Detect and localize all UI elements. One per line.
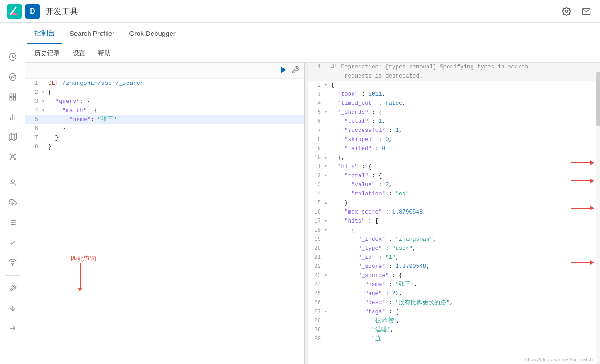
left-editor: 1 GET /zhangshan/user/_search 2 ▾ { 3 ▾ — [25, 63, 305, 364]
main-layout: 历史记录 设置 帮助 — [0, 44, 600, 364]
r-code-line-24: 24 "name" : "张三", — [308, 280, 600, 289]
r-code-line-19: 19 "_index" : "zhangshan", — [308, 235, 600, 244]
drag-handle[interactable]: ⋮ — [305, 63, 308, 364]
code-line-2: 2 ▾ { — [25, 88, 304, 97]
code-line-1: 1 GET /zhangshan/user/_search — [25, 79, 304, 88]
kibana-logo — [7, 4, 22, 19]
tab-console[interactable]: 控制台 — [27, 23, 62, 44]
svg-point-16 — [10, 154, 11, 155]
svg-line-19 — [13, 155, 14, 156]
sidebar — [0, 44, 25, 364]
r-code-line-4: 4 "timed_out" : false, — [308, 99, 600, 108]
sidebar-icon-users[interactable] — [4, 174, 22, 192]
r-code-line-2: 2 ▾ { — [308, 81, 600, 90]
tab-grok-debugger[interactable]: Grok Debugger — [122, 23, 183, 44]
r-code-line-26: 26 "desc" : "没有比脚更长的路", — [308, 298, 600, 307]
sub-toolbar: 历史记录 设置 帮助 — [25, 44, 600, 63]
r-code-line-21: 21 "_id" : "1", — [308, 253, 600, 262]
r-code-line-16: 16 "max_score" : 1.8790548, — [308, 208, 600, 217]
annotation-score — [571, 262, 595, 263]
sidebar-icon-compass[interactable] — [4, 68, 22, 86]
r-code-line-27: 27 ▾ "tags" : [ — [308, 307, 600, 316]
svg-line-22 — [11, 158, 12, 159]
r-code-line-20: 20 "_type" : "user", — [308, 244, 600, 253]
sidebar-divider-2 — [5, 275, 20, 276]
r-code-line-18: 18 ▾ { — [308, 226, 600, 235]
svg-marker-3 — [11, 76, 14, 78]
tab-search-profiler[interactable]: Search Profiler — [62, 23, 122, 44]
sidebar-icon-dashboard[interactable] — [4, 88, 22, 106]
svg-rect-7 — [13, 98, 15, 100]
sidebar-icon-list[interactable] — [4, 214, 22, 232]
right-editor: 1 #! Deprecation: [types removal] Specif… — [308, 63, 600, 364]
svg-rect-6 — [10, 98, 12, 100]
r-code-line-17: 17 ▾ "hits" : [ — [308, 217, 600, 226]
settings-button[interactable]: 设置 — [71, 49, 87, 58]
sidebar-icon-arrow-right[interactable] — [4, 319, 22, 337]
scrollbar-track[interactable] — [596, 63, 600, 364]
sidebar-icon-maps[interactable] — [4, 128, 22, 146]
content-area: 历史记录 设置 帮助 — [25, 44, 600, 364]
mail-icon[interactable] — [580, 5, 593, 18]
svg-point-2 — [9, 74, 16, 81]
top-bar-icons — [560, 5, 593, 18]
settings-icon[interactable] — [560, 5, 573, 18]
r-code-line-30: 30 "直 — [308, 335, 600, 344]
r-code-line-14: 14 "relation" : "eq" — [308, 189, 600, 199]
r-code-line-23: 23 ▾ "_source" : { — [308, 271, 600, 280]
annotation-text-match: 匹配查询 — [71, 255, 96, 263]
svg-point-31 — [12, 265, 13, 266]
code-line-3: 3 ▾ "query": { — [25, 97, 304, 106]
wrench-icon[interactable] — [291, 66, 300, 76]
top-bar: D 开发工具 — [0, 0, 600, 23]
r-code-line-11: 11 ▾ "hits" : { — [308, 162, 600, 171]
sidebar-icon-tools[interactable] — [4, 279, 22, 297]
r-code-line-3: 3 "took" : 1011, — [308, 90, 600, 99]
svg-point-17 — [14, 159, 15, 160]
svg-rect-5 — [13, 94, 15, 96]
scrollbar-thumb[interactable] — [596, 72, 600, 126]
code-line-4: 4 ▾ "match": { — [25, 106, 304, 115]
svg-marker-11 — [9, 134, 16, 141]
r-code-line-6: 6 "total" : 1, — [308, 117, 600, 126]
r-code-line-8: 8 "skipped" : 0, — [308, 135, 600, 144]
r-code-line-13: 13 "value" : 2, — [308, 180, 600, 189]
left-code-editor[interactable]: 1 GET /zhangshan/user/_search 2 ▾ { 3 ▾ — [25, 79, 304, 364]
help-button[interactable]: 帮助 — [96, 49, 113, 58]
sidebar-icon-upload[interactable] — [4, 194, 22, 212]
sidebar-icon-signal[interactable] — [4, 253, 22, 272]
r-code-line-15: 15 ▴ }, — [308, 199, 600, 208]
r-code-line-12: 12 ▾ "total" : { — [308, 171, 600, 180]
r-code-line-28: 28 "技术宅", — [308, 316, 600, 325]
history-button[interactable]: 历史记录 — [33, 49, 62, 58]
sidebar-icon-ml[interactable] — [4, 148, 22, 166]
svg-point-18 — [10, 159, 11, 160]
run-button[interactable] — [280, 66, 288, 76]
editor-split: 1 GET /zhangshan/user/_search 2 ▾ { 3 ▾ — [25, 63, 600, 364]
r-code-line-5: 5 ▾ "_shards" : { — [308, 108, 600, 117]
sidebar-icon-visualize[interactable] — [4, 108, 22, 126]
r-code-line-29: 29 "温暖", — [308, 325, 600, 335]
tab-bar: 控制台 Search Profiler Grok Debugger — [0, 23, 600, 44]
svg-line-20 — [11, 155, 12, 156]
annotation-max-score — [571, 208, 595, 209]
svg-point-23 — [11, 180, 14, 182]
annotation-arrowhead — [78, 288, 82, 291]
svg-point-0 — [566, 10, 568, 12]
code-line-5: 5 "name": "张三" — [25, 115, 304, 124]
svg-line-21 — [13, 158, 14, 159]
r-code-line-25: 25 "age" : 23, — [308, 289, 600, 298]
app-icon: D — [25, 4, 40, 19]
code-line-6: 6 } — [25, 124, 304, 133]
right-code-editor[interactable]: 1 #! Deprecation: [types removal] Specif… — [308, 63, 600, 364]
sidebar-icon-clock[interactable] — [4, 48, 22, 66]
r-code-line-10: 10 ▴ }, — [308, 153, 600, 162]
app-title: 开发工具 — [45, 6, 560, 17]
r-code-line-7: 7 "successful" : 1, — [308, 126, 600, 135]
left-annotation: 匹配查询 — [71, 255, 96, 291]
r-code-line-9: 9 "failed" : 0 — [308, 144, 600, 153]
sidebar-icon-check[interactable] — [4, 233, 22, 252]
code-line-8: 8 } — [25, 142, 304, 151]
watermark: https://blog.csdn.net/su_match — [525, 357, 593, 362]
sidebar-icon-arrow-down[interactable] — [4, 299, 22, 317]
